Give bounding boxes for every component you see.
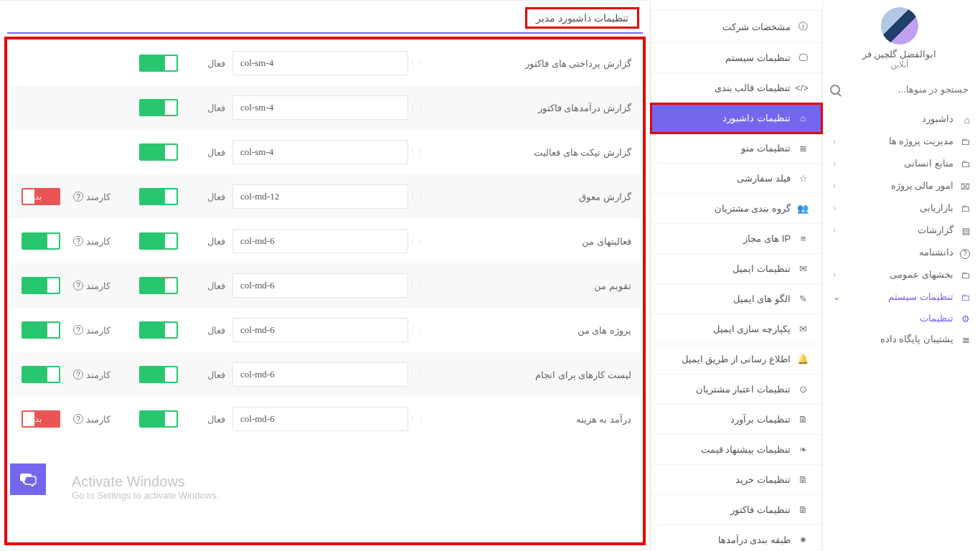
chevron-icon: ⌄ [833,292,840,302]
settings-menu-item[interactable]: 🔔اطلاع رسانی از طریق ایمیل [651,344,822,375]
search-input[interactable] [844,84,969,95]
main-menu-item[interactable]: منابع انسانی‹ [824,152,974,174]
settings-icon: 🔔 [798,354,809,364]
toggle-on[interactable]: بله [139,321,178,339]
column-class-input[interactable] [232,95,408,120]
help-icon[interactable]: ? [73,192,83,202]
settings-menu-item[interactable]: ✉یکپارچه سازی ایمیل [651,314,822,344]
submenu-item[interactable]: پشتیبان پایگاه داده [824,329,974,349]
settings-icon: ⊙ [798,384,809,395]
settings-menu-item[interactable]: 🗎تنظیمات برآورد [651,405,822,435]
settings-label: اطلاع رسانی از طریق ایمیل [682,354,791,364]
column-class-input[interactable] [232,140,408,164]
employee-label: کارمند? [73,281,126,291]
drag-handle-icon[interactable]: ⋮⋮ [415,237,425,246]
drag-handle-icon[interactable]: ⋮⋮ [415,415,425,424]
toggle-on[interactable]: بله [139,143,178,161]
settings-label: تنظیمات سیستم [725,52,791,63]
toggle-on[interactable]: بله [22,321,60,339]
settings-menu-item[interactable]: ✎الگو های ایمیل [651,284,822,314]
active-label: فعال [191,147,225,158]
settings-menu-item[interactable]: ❧تنظیمات پیشنهاد قیمت [651,435,822,465]
column-class-input[interactable] [232,407,408,431]
settings-icon: 👥 [798,203,809,214]
settings-menu-item[interactable]: </>تنظیمات قالب بندی [651,73,822,103]
help-icon[interactable]: ? [73,325,83,335]
settings-menu-item[interactable]: ⌂تنظیمات داشبورد [651,103,822,133]
toggle-on[interactable]: بله [22,366,60,383]
settings-menu-item[interactable]: 🗎تنظیمات فاکتور [651,495,822,525]
row-title: گزارش تیکت های فعالیت [433,147,634,158]
row-title: فعالیتهای من [433,236,634,247]
help-icon[interactable]: ? [73,414,83,424]
toggle-off[interactable]: بدون [22,188,60,205]
main-menu-item[interactable]: بخشهای عمومی‹ [824,263,974,286]
toggle-on[interactable]: بله [139,366,178,383]
active-label: فعال [191,369,225,380]
toggle-on[interactable]: بله [139,232,178,250]
chat-button[interactable] [10,463,46,495]
toggle-on[interactable]: بله [22,277,60,294]
settings-menu-item[interactable]: ≡IP های مجاز [651,224,822,254]
main-sidebar: ابوالفضل گلچین فر آنلاین داشبوردمدیریت پ… [822,0,980,551]
drag-handle-icon[interactable]: ⋮⋮ [415,103,425,113]
settings-label: الگو های ایمیل [733,293,791,304]
menu-label: بخشهای عمومی [890,269,953,280]
column-class-input[interactable] [232,318,408,342]
menu-label: تنظیمات سیستم [888,291,953,302]
toggle-on[interactable]: بله [139,188,178,205]
drag-handle-icon[interactable]: ⋮⋮ [415,148,425,157]
drag-handle-icon[interactable]: ⋮⋮ [415,59,425,68]
row-title: گزارش درآمدهای فاکتور [433,103,634,113]
main-menu-item[interactable]: تنظیمات سیستم⌄ [824,286,974,308]
drag-handle-icon[interactable]: ⋮⋮ [415,192,425,202]
settings-icon: 🗎 [798,474,809,485]
settings-label: تنظیمات منو [741,143,791,154]
settings-menu-item[interactable]: 🗎تنظیمات خرید [651,465,822,495]
settings-menu-item[interactable]: ✷طبقه بندی درآمدها [651,525,822,551]
toggle-off[interactable]: بدون [22,410,60,428]
menu-label: امور مالی پروژه [891,180,953,191]
menu-label: پشتیبان پایگاه داده [880,334,953,344]
menu-label: دانشنامه [919,247,953,258]
setting-row: درآمد به هزینه⋮⋮فعالبلهکارمند?بدون [9,397,641,441]
column-class-input[interactable] [232,273,408,298]
column-class-input[interactable] [232,229,408,253]
settings-menu-item[interactable]: ≣تنظیمات منو [651,133,822,164]
main-menu-item[interactable]: مدیریت پروژه ها‹ [824,130,974,152]
drag-handle-icon[interactable]: ⋮⋮ [415,326,425,335]
drag-handle-icon[interactable]: ⋮⋮ [415,281,425,291]
row-title: گزارش پرداختی های فاکتور [433,58,634,69]
settings-menu-item[interactable]: ✉تنظیمات ایمیل [651,254,822,284]
settings-menu-item[interactable]: ☆فیلد سفارشی [651,164,822,194]
settings-menu-item[interactable]: ⊙تنظیمات اعتبار مشتریان [651,375,822,405]
drag-handle-icon[interactable]: ⋮⋮ [415,370,425,380]
settings-menu-item[interactable]: 🖵تنظیمات سیستم [651,43,822,73]
main-menu-item[interactable]: بازاریابی‹ [824,197,974,219]
help-icon[interactable]: ? [73,281,83,291]
column-class-input[interactable] [232,51,408,75]
settings-label: طبقه بندی درآمدها [718,534,791,545]
help-icon[interactable]: ? [73,369,83,380]
main-menu-item[interactable]: دانشنامه [824,241,974,263]
settings-menu-item[interactable]: 👥گروه بندی مشتریان [651,194,822,224]
row-title: گزارش معوق [433,192,634,202]
column-class-input[interactable] [232,362,408,387]
toggle-on[interactable]: بله [139,55,178,72]
submenu-item[interactable]: تنظیمات [824,308,974,329]
settings-menu-item[interactable]: ⓘمشخصات شرکت [651,10,822,43]
main-menu-item[interactable]: گزارشات‹ [824,219,974,241]
column-class-input[interactable] [232,184,408,209]
help-icon[interactable]: ? [73,236,83,246]
employee-label: کارمند? [73,325,126,336]
main-menu-item[interactable]: امور مالی پروژه‹ [824,174,974,197]
active-label: فعال [191,414,225,425]
toggle-on[interactable]: بله [139,277,178,294]
menu-search[interactable] [824,80,974,108]
toggle-on[interactable]: بله [139,410,178,428]
employee-label: کارمند? [73,369,126,380]
main-menu-item[interactable]: داشبورد [824,108,974,130]
toggle-on[interactable]: بله [22,232,60,250]
chevron-icon: ‹ [833,225,836,235]
toggle-on[interactable]: بله [139,99,178,116]
